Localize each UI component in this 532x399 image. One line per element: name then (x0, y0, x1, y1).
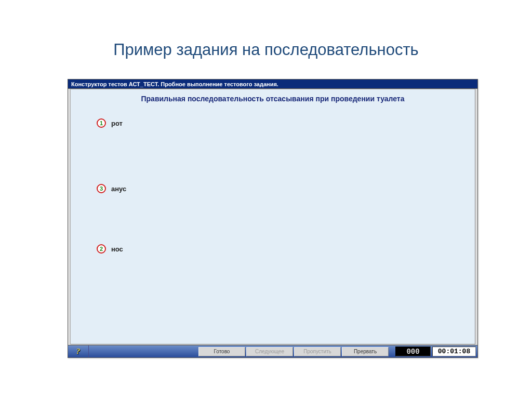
answer-item-1[interactable]: 1 рот (97, 118, 123, 128)
app-window: Конструктор тестов АСТ_ТЕСТ. Пробное вып… (68, 79, 478, 358)
skip-button: Пропустить (294, 347, 341, 356)
button-row: Готово Следующее Пропустить Прервать (198, 345, 389, 357)
help-section: ? (68, 345, 89, 357)
next-button: Следующее (246, 347, 293, 356)
statusbar-spacer (389, 345, 394, 357)
statusbar: ? Готово Следующее Пропустить Прервать 0… (68, 345, 477, 357)
window-titlebar: Конструктор тестов АСТ_ТЕСТ. Пробное вып… (68, 79, 477, 89)
question-content-area: Правильная последовательность отсасывани… (70, 89, 475, 344)
ready-button[interactable]: Готово (198, 347, 245, 356)
answer-item-2[interactable]: 3 анус (97, 184, 126, 193)
answer-label: рот (111, 119, 123, 127)
answer-label: нос (111, 245, 123, 253)
slide-title: Пример задания на последовательность (0, 0, 532, 80)
answer-label: анус (111, 185, 126, 193)
timer-display: 00:01:08 (432, 347, 476, 356)
question-text: Правильная последовательность отсасывани… (71, 89, 475, 103)
abort-button[interactable]: Прервать (342, 347, 389, 356)
answer-badge-icon: 1 (97, 118, 106, 128)
answer-item-3[interactable]: 2 нос (97, 244, 123, 254)
counter-display: 000 (395, 347, 431, 356)
help-icon[interactable]: ? (76, 347, 81, 356)
answer-badge-icon: 2 (97, 244, 106, 254)
answer-badge-icon: 3 (97, 184, 106, 193)
